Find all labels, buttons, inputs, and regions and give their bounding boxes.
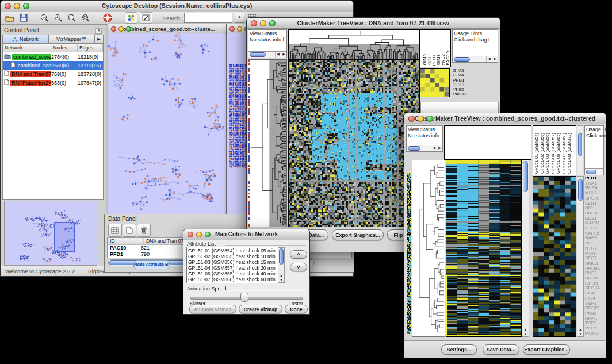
tv2-status-scrollbar[interactable]: ◀▶ [407, 145, 442, 151]
zoom-button[interactable] [427, 116, 433, 122]
attribute-item[interactable]: GPL51-01 (GSM854) heat shock 05 min [187, 248, 285, 254]
network-view-titlebar[interactable]: combined_scores_good.txt--cluste... [108, 24, 227, 34]
close-button[interactable] [251, 20, 257, 26]
minimize-button[interactable] [14, 3, 20, 9]
zoom-in-icon[interactable] [52, 13, 64, 23]
tab-vizmapper[interactable]: VizMapper™ [48, 35, 94, 44]
col-edges[interactable]: Edges [78, 44, 103, 52]
attribute-item[interactable]: GPL51-06 (GSM865) heat shock 40 min [187, 271, 285, 277]
vizmapper-nodes-icon[interactable] [125, 12, 137, 24]
tv1-usage-hints-heading: Usage Hints [453, 30, 498, 36]
close-button[interactable] [230, 26, 235, 32]
zoom-out-icon[interactable] [39, 13, 50, 23]
animation-speed-slider-thumb[interactable] [240, 293, 248, 302]
save-icon[interactable] [18, 13, 29, 23]
treeview1-titlebar[interactable]: ClusterMaker TreeView : DNA and Tran 07-… [247, 18, 500, 29]
main-window-title: Cytoscape Desktop (Session Name: collins… [1, 2, 353, 9]
dialog-titlebar[interactable]: Map Colors to Network [183, 229, 309, 240]
done-button[interactable]: Done [285, 305, 308, 313]
tv1-column-dendrogram[interactable] [288, 29, 420, 59]
minimize-button[interactable] [260, 20, 266, 26]
tv2-global-heatmap[interactable] [446, 160, 522, 337]
tv1-global-heatmap[interactable] [288, 59, 420, 227]
zoom-button[interactable] [23, 3, 29, 9]
tv2-genelist-scrollbar[interactable]: ▲▼ [577, 176, 584, 337]
attribute-item[interactable]: GPL51-07 (GSM868) heat shock 60 min [187, 277, 285, 282]
col-id[interactable]: ID [108, 238, 144, 244]
tv2-collabel-scrollbar[interactable] [577, 125, 583, 175]
new-attribute-icon[interactable] [123, 224, 136, 237]
minimize-button[interactable] [196, 232, 202, 237]
network-row[interactable]: RNAPuberNov2+563(0)107847(0) [3, 78, 103, 87]
table-mode-icon[interactable] [108, 224, 122, 237]
move-up-button[interactable]: ^ [290, 250, 307, 259]
tv2-view-status-heading: View Status [407, 126, 442, 132]
tv1-zoom-heatmap[interactable] [420, 68, 450, 97]
tv2-gene-label[interactable]: MON2 [585, 331, 605, 336]
network-canvas[interactable] [108, 33, 225, 213]
tv1-view-status-panel: View Status No status info f ◀▶ [248, 29, 287, 58]
tv1-status-scrollbar[interactable]: ◀▶ [248, 51, 286, 58]
network-name: RNAPuberNov2+ [10, 80, 51, 86]
attribute-list-scrollbar[interactable]: ▲▼ [278, 247, 285, 283]
network-edges: 16218(0) [78, 54, 103, 60]
delete-attribute-trash-icon[interactable] [137, 224, 151, 237]
minimize-button[interactable] [237, 26, 242, 32]
col-network[interactable]: Network [3, 44, 51, 52]
map-colors-dialog: Map Colors to Network Attribute List GPL… [183, 229, 310, 315]
tv2-row-dendrogram[interactable] [412, 160, 445, 337]
close-button[interactable] [408, 116, 415, 122]
tv2-column-label: GPL51-02 (GSM855) [540, 133, 545, 174]
network-row[interactable]: combined_sco2569(6)13112(15) [3, 61, 103, 70]
window-controls[interactable] [5, 3, 29, 9]
tv2-zoom-heatmap[interactable] [533, 176, 576, 337]
tv2-hints-scrollbar[interactable] [585, 168, 603, 175]
network-row[interactable]: combined_scores2764(0)16218(0) [3, 52, 103, 61]
tab-network[interactable]: Network [2, 35, 48, 44]
zoom-actual-icon[interactable] [80, 13, 91, 23]
search-input[interactable] [184, 13, 232, 23]
attribute-item[interactable]: GPL51-04 (GSM857) heat shock 20 min [187, 265, 285, 271]
tv1-hints-scrollbar[interactable]: ◀▶ [453, 56, 498, 62]
minimize-button[interactable] [418, 116, 424, 122]
col-nodes[interactable]: Nodes [51, 44, 78, 52]
minimize-button[interactable] [118, 26, 124, 32]
zoom-fit-icon[interactable] [66, 13, 78, 23]
search-dropdown-arrow[interactable]: ▼ [235, 13, 244, 23]
tv2-column-dendrogram-area[interactable] [444, 125, 531, 160]
tv1-row-dendrogram[interactable] [248, 59, 287, 227]
tv1-row-label: PAC10 [453, 92, 476, 97]
open-file-icon[interactable] [4, 13, 16, 23]
tv2-view-status-panel: View Status No status info ◀▶ [406, 125, 443, 152]
main-titlebar[interactable]: Cytoscape Desktop (Session Name: collins… [1, 1, 353, 12]
tv2-heatmap-vscrollbar[interactable]: ▲▼ [522, 160, 529, 337]
tv1-export-graphics-button[interactable]: Export Graphics... [332, 229, 384, 240]
annotation-icon[interactable] [140, 12, 152, 24]
node-attribute-browser-tab[interactable]: Node Attribute Brows... [133, 260, 170, 269]
network-row[interactable]: DNA and Tran 07769(0)183728(0) [3, 70, 103, 78]
zoom-button[interactable] [205, 232, 211, 237]
zoom-button[interactable] [126, 26, 131, 32]
network-overview-panel[interactable] [4, 201, 97, 266]
create-vizmap-button[interactable]: Create Vizmap [239, 305, 282, 313]
tv2-settings-button[interactable]: Settings... [441, 344, 477, 355]
move-down-button[interactable]: v [290, 263, 307, 271]
tv2-save-data-button[interactable]: Save Data... [483, 344, 519, 355]
help-lifering-icon[interactable] [102, 13, 113, 23]
attribute-item[interactable]: GPL51-02 (GSM855) heat shock 10 min [187, 254, 285, 259]
zoom-button[interactable] [269, 20, 276, 26]
attribute-listbox[interactable]: GPL51-01 (GSM854) heat shock 05 minGPL51… [186, 247, 285, 283]
network-tab-icon [12, 37, 18, 42]
treeview2-titlebar[interactable]: ClusterMaker TreeView : combined_scores_… [404, 113, 606, 124]
network-list-header[interactable]: Network Nodes Edges [3, 44, 103, 52]
tv2-export-graphics-button[interactable]: Export Graphics... [523, 344, 570, 355]
attribute-item[interactable]: GPL51-03 (GSM856) heat shock 15 min [187, 259, 285, 265]
tab-overflow-arrow[interactable]: ▶ [94, 35, 104, 44]
tv2-usage-hints-text: Click and [585, 132, 603, 139]
close-button[interactable] [111, 26, 116, 32]
animate-vizmap-button[interactable]: Animate Vizmap [189, 305, 236, 313]
tv2-column-label: GPL51-03 (GSM856) [545, 133, 550, 174]
close-button[interactable] [5, 3, 11, 9]
file-icon [10, 62, 16, 69]
close-button[interactable] [188, 232, 193, 237]
